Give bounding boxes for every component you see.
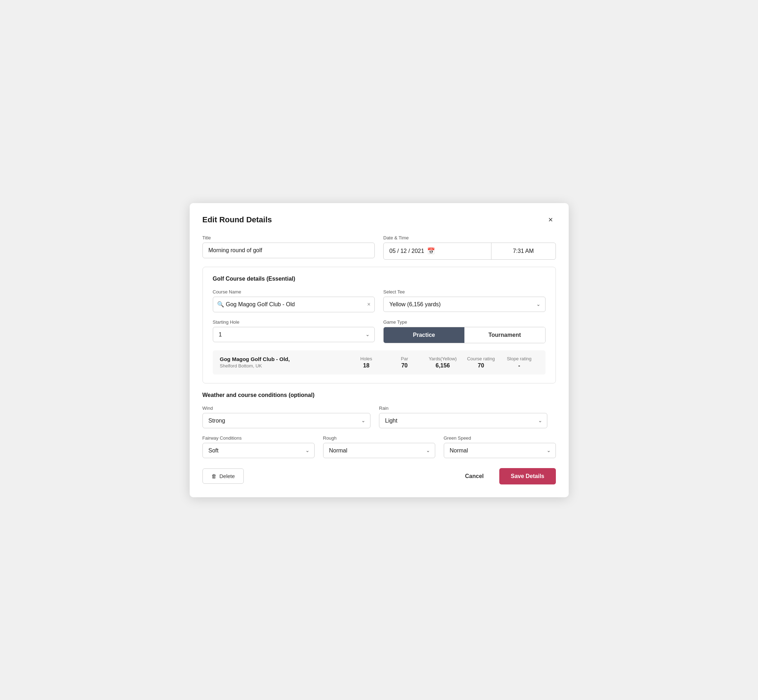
fairway-group: Fairway Conditions DryNormalSoftWet ⌄: [202, 435, 315, 458]
title-input[interactable]: [202, 242, 375, 258]
calendar-icon: 📅: [427, 247, 435, 255]
modal-title: Edit Round Details: [202, 215, 272, 225]
date-time-wrapper: 05 / 12 / 2021 📅 7:31 AM: [383, 242, 556, 259]
fairway-dropdown[interactable]: DryNormalSoftWet: [202, 443, 315, 458]
game-type-label: Game Type: [383, 319, 545, 325]
course-name-label: Course Name: [213, 289, 375, 295]
course-name-bold: Gog Magog Golf Club - Old,: [220, 356, 347, 362]
course-name-group: Course Name 🔍 ×: [213, 289, 375, 312]
datetime-label: Date & Time: [383, 235, 556, 241]
rough-wrapper: ShortNormalLongVery Long ⌄: [323, 443, 435, 458]
green-speed-wrapper: SlowNormalFastVery Fast ⌄: [444, 443, 556, 458]
starting-hole-wrapper: 1234 5678 910 ⌄: [213, 327, 375, 342]
title-label: Title: [202, 235, 375, 241]
select-tee-label: Select Tee: [383, 289, 545, 295]
save-button[interactable]: Save Details: [499, 468, 556, 484]
course-name-input[interactable]: [213, 297, 375, 312]
rain-dropdown[interactable]: NoneLightModerateHeavy: [379, 413, 547, 428]
par-value: 70: [385, 362, 423, 369]
course-tee-row: Course Name 🔍 × Select Tee Yellow (6,156…: [213, 289, 545, 312]
green-speed-dropdown[interactable]: SlowNormalFastVery Fast: [444, 443, 556, 458]
fairway-label: Fairway Conditions: [202, 435, 315, 441]
course-location: Shelford Bottom, UK: [220, 363, 347, 369]
course-rating-stat: Course rating 70: [462, 356, 500, 369]
select-tee-group: Select Tee Yellow (6,156 yards) White Re…: [383, 289, 545, 312]
close-button[interactable]: ×: [545, 214, 556, 225]
course-rating-value: 70: [462, 362, 500, 369]
time-value: 7:31 AM: [513, 248, 534, 254]
slope-rating-stat: Slope rating -: [500, 356, 538, 369]
time-part[interactable]: 7:31 AM: [492, 243, 556, 259]
edit-round-modal: Edit Round Details × Title Date & Time 0…: [190, 203, 568, 497]
green-speed-label: Green Speed: [444, 435, 556, 441]
slope-rating-value: -: [500, 362, 538, 369]
trash-icon: 🗑: [211, 473, 217, 479]
golf-course-section: Golf Course details (Essential) Course N…: [202, 267, 556, 383]
fairway-wrapper: DryNormalSoftWet ⌄: [202, 443, 315, 458]
rain-label: Rain: [379, 405, 547, 411]
course-search-wrapper: 🔍 ×: [213, 297, 375, 312]
delete-label: Delete: [219, 473, 235, 479]
par-label: Par: [385, 356, 423, 361]
delete-button[interactable]: 🗑 Delete: [202, 469, 244, 484]
course-rating-label: Course rating: [462, 356, 500, 361]
yards-stat: Yards(Yellow) 6,156: [423, 356, 462, 369]
golf-section-title: Golf Course details (Essential): [213, 276, 545, 282]
starting-hole-label: Starting Hole: [213, 319, 375, 325]
course-info-name: Gog Magog Golf Club - Old, Shelford Bott…: [220, 356, 347, 369]
wind-dropdown[interactable]: CalmLightModerateStrongVery Strong: [202, 413, 371, 428]
weather-section-title: Weather and course conditions (optional): [202, 392, 556, 398]
tournament-button[interactable]: Tournament: [464, 327, 545, 343]
rain-group: Rain NoneLightModerateHeavy ⌄: [379, 405, 547, 428]
wind-wrapper: CalmLightModerateStrongVery Strong ⌄: [202, 413, 371, 428]
rain-wrapper: NoneLightModerateHeavy ⌄: [379, 413, 547, 428]
weather-section: Weather and course conditions (optional)…: [202, 392, 556, 458]
par-stat: Par 70: [385, 356, 423, 369]
rough-dropdown[interactable]: ShortNormalLongVery Long: [323, 443, 435, 458]
course-info-box: Gog Magog Golf Club - Old, Shelford Bott…: [213, 350, 545, 375]
starting-hole-dropdown[interactable]: 1234 5678 910: [213, 327, 375, 342]
starting-hole-group: Starting Hole 1234 5678 910 ⌄: [213, 319, 375, 343]
modal-header: Edit Round Details ×: [202, 214, 556, 225]
course-stats: Holes 18 Par 70 Yards(Yellow) 6,156 Cour…: [347, 356, 539, 369]
practice-button[interactable]: Practice: [384, 327, 464, 343]
wind-label: Wind: [202, 405, 371, 411]
footer-row: 🗑 Delete Cancel Save Details: [202, 468, 556, 484]
yards-value: 6,156: [423, 362, 462, 369]
game-type-toggle: Practice Tournament: [383, 327, 545, 343]
slope-rating-label: Slope rating: [500, 356, 538, 361]
rough-label: Rough: [323, 435, 435, 441]
rough-group: Rough ShortNormalLongVery Long ⌄: [323, 435, 435, 458]
datetime-group: Date & Time 05 / 12 / 2021 📅 7:31 AM: [383, 235, 556, 259]
yards-label: Yards(Yellow): [423, 356, 462, 361]
game-type-group: Game Type Practice Tournament: [383, 319, 545, 343]
green-speed-group: Green Speed SlowNormalFastVery Fast ⌄: [444, 435, 556, 458]
date-part[interactable]: 05 / 12 / 2021 📅: [384, 243, 492, 259]
wind-group: Wind CalmLightModerateStrongVery Strong …: [202, 405, 371, 428]
wind-rain-row: Wind CalmLightModerateStrongVery Strong …: [202, 405, 556, 428]
title-group: Title: [202, 235, 375, 259]
cancel-button[interactable]: Cancel: [458, 469, 491, 484]
conditions-row: Fairway Conditions DryNormalSoftWet ⌄ Ro…: [202, 435, 556, 458]
search-icon: 🔍: [217, 301, 224, 308]
select-tee-wrapper: Yellow (6,156 yards) White Red Blue ⌄: [383, 297, 545, 312]
title-date-row: Title Date & Time 05 / 12 / 2021 📅 7:31 …: [202, 235, 556, 259]
clear-icon[interactable]: ×: [367, 301, 370, 308]
hole-gametype-row: Starting Hole 1234 5678 910 ⌄ Game Type …: [213, 319, 545, 343]
footer-right: Cancel Save Details: [458, 468, 556, 484]
select-tee-dropdown[interactable]: Yellow (6,156 yards) White Red Blue: [383, 297, 545, 312]
holes-stat: Holes 18: [347, 356, 385, 369]
holes-value: 18: [347, 362, 385, 369]
holes-label: Holes: [347, 356, 385, 361]
date-value: 05 / 12 / 2021: [389, 248, 424, 254]
